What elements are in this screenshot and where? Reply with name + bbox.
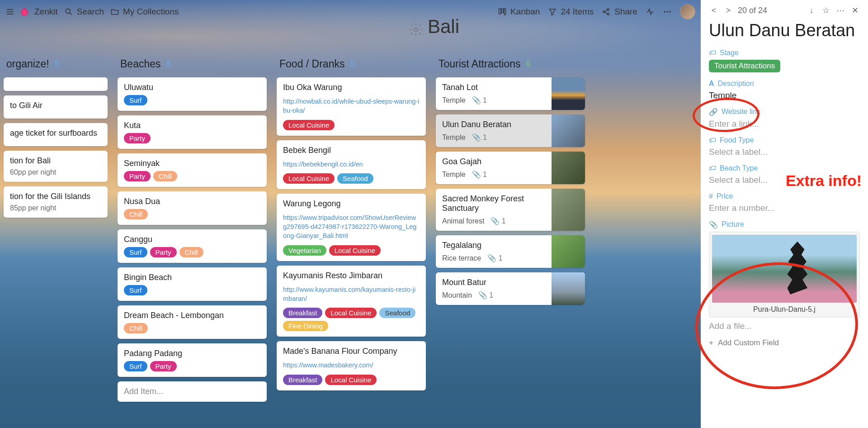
card-tag[interactable]: Fine Dining bbox=[283, 321, 328, 331]
kanban-card[interactable]: Warung Legonghttps://www.tripadvisor.com… bbox=[277, 194, 426, 261]
brand-name[interactable]: Zenkit bbox=[34, 7, 58, 17]
column-count: 5 bbox=[55, 59, 59, 69]
card-link[interactable]: https://bebekbengil.co.id/en bbox=[283, 158, 420, 171]
card-tag[interactable]: Party bbox=[124, 171, 151, 181]
card-tag[interactable]: Chill bbox=[124, 323, 148, 333]
card-title: Tegalalang bbox=[442, 241, 548, 250]
card-thumbnail bbox=[552, 114, 585, 147]
kanban-icon bbox=[498, 7, 507, 16]
card-tag[interactable]: Surf bbox=[124, 247, 147, 257]
card-tag[interactable]: Seafood bbox=[337, 173, 373, 184]
card-tag[interactable]: Vegetarian bbox=[283, 245, 326, 256]
price-input[interactable]: Enter a number... bbox=[709, 203, 860, 213]
card-tag[interactable]: Chill bbox=[124, 209, 148, 219]
card-description: Temple bbox=[442, 96, 466, 105]
kanban-card[interactable]: Padang PadangSurfParty bbox=[118, 343, 267, 377]
field-foodtype[interactable]: 🏷Food Type Select a label... bbox=[709, 136, 860, 157]
share-button[interactable]: Share bbox=[602, 7, 637, 17]
card-title: age ticket for surfboards bbox=[10, 128, 101, 138]
card-tag[interactable]: Chill bbox=[179, 247, 203, 257]
attachment-count: 📎 1 bbox=[487, 254, 502, 262]
column-header[interactable]: Food / Dranks5 bbox=[277, 54, 426, 77]
card-tag[interactable]: Surf bbox=[124, 285, 147, 295]
card-link[interactable]: https://www.madesbakery.com/ bbox=[283, 359, 420, 371]
prev-item-icon[interactable]: < bbox=[709, 6, 719, 15]
add-item-button[interactable]: Add Item... bbox=[118, 381, 267, 402]
kanban-card[interactable]: Goa GajahTemple📎 1 bbox=[436, 152, 585, 184]
card-tag[interactable]: Local Cuisine bbox=[283, 120, 335, 130]
hamburger-icon[interactable] bbox=[5, 7, 14, 16]
card-tag[interactable]: Local Cuisine bbox=[325, 375, 377, 385]
card-link[interactable]: http://nowbali.co.id/while-ubud-sleeps-w… bbox=[283, 95, 420, 117]
svg-rect-6 bbox=[501, 9, 503, 12]
card-tag[interactable]: Local Cuisine bbox=[325, 308, 377, 318]
card-tag[interactable]: Breakfast bbox=[283, 308, 322, 318]
topbar: Zenkit Search My Collections Kanban 24 I… bbox=[0, 0, 701, 24]
kanban-card[interactable]: tion for the Gili Islands85pp per night bbox=[4, 186, 108, 218]
column-header[interactable]: Beaches8 bbox=[118, 54, 267, 77]
kanban-card[interactable]: Ulun Danu BeratanTemple📎 1 bbox=[436, 114, 585, 147]
item-title[interactable]: Ulun Danu Beratan bbox=[709, 21, 860, 41]
card-link[interactable]: http://www.kayumanis.com/kayumanis-resto… bbox=[283, 283, 420, 305]
card-tag[interactable]: Local Cuisine bbox=[329, 245, 381, 256]
stage-value[interactable]: Tourist Attractions bbox=[709, 60, 780, 72]
column-title: Beaches bbox=[120, 58, 161, 70]
kanban-card[interactable]: SeminyakPartyChill bbox=[118, 153, 267, 187]
kanban-card[interactable]: Sacred Monkey Forest SanctuaryAnimal for… bbox=[436, 189, 585, 231]
field-description[interactable]: ADescription Temple bbox=[709, 80, 860, 100]
kanban-card[interactable]: Ibu Oka Warunghttp://nowbali.co.id/while… bbox=[277, 77, 426, 136]
card-tag[interactable]: Party bbox=[124, 133, 151, 143]
kanban-card[interactable]: CangguSurfPartyChill bbox=[118, 229, 267, 263]
kanban-card[interactable]: UluwatuSurf bbox=[118, 77, 267, 111]
kanban-card[interactable]: tion for Bali60pp per night bbox=[4, 151, 108, 182]
field-price[interactable]: #Price Enter a number... bbox=[709, 192, 860, 213]
card-tag[interactable]: Party bbox=[150, 361, 177, 371]
card-title: Bingin Beach bbox=[124, 273, 260, 282]
column-header[interactable]: Tourist Attractions6 bbox=[436, 54, 585, 77]
filter-button[interactable]: 24 Items bbox=[548, 7, 594, 17]
card-tag[interactable]: Surf bbox=[124, 361, 147, 371]
column-header[interactable]: organize!5 bbox=[4, 54, 108, 77]
zenkit-logo-icon[interactable] bbox=[21, 7, 28, 16]
svg-rect-7 bbox=[504, 9, 505, 14]
kanban-card[interactable] bbox=[4, 77, 108, 91]
card-tag[interactable]: Local Cuisine bbox=[283, 173, 335, 184]
user-avatar[interactable] bbox=[680, 4, 695, 19]
kanban-card[interactable]: age ticket for surfboards bbox=[4, 123, 108, 146]
kanban-card[interactable]: TegalalangRice terrace📎 1 bbox=[436, 235, 585, 268]
star-icon[interactable]: ☆ bbox=[821, 5, 831, 15]
card-description: Mountain bbox=[442, 291, 472, 300]
kanban-card[interactable]: Made's Banana Flour Companyhttps://www.m… bbox=[277, 341, 426, 390]
close-icon[interactable]: ✕ bbox=[850, 5, 860, 15]
card-tag[interactable]: Party bbox=[150, 247, 177, 257]
card-tag[interactable]: Seafood bbox=[379, 308, 415, 318]
collections-button[interactable]: My Collections bbox=[110, 7, 179, 17]
kanban-card[interactable]: Kayumanis Resto Jimbaranhttp://www.kayum… bbox=[277, 266, 426, 337]
more-icon[interactable] bbox=[663, 7, 672, 16]
kanban-card[interactable]: Dream Beach - LembonganChill bbox=[118, 305, 267, 339]
panel-more-icon[interactable]: ⋯ bbox=[835, 5, 845, 15]
card-title: Kuta bbox=[124, 121, 260, 130]
activity-icon[interactable] bbox=[646, 7, 655, 16]
foodtype-input[interactable]: Select a label... bbox=[709, 147, 860, 157]
card-link[interactable]: https://www.tripadvisor.com/ShowUserRevi… bbox=[283, 211, 420, 243]
item-counter: 20 of 24 bbox=[738, 6, 767, 15]
kanban-card[interactable]: Nusa DuaChill bbox=[118, 191, 267, 225]
card-tag[interactable]: Surf bbox=[124, 95, 147, 105]
kanban-card[interactable]: Mount BaturMountain📎 1 bbox=[436, 272, 585, 305]
field-stage[interactable]: 🏷Stage Tourist Attractions bbox=[709, 49, 860, 72]
download-icon[interactable]: ↓ bbox=[807, 6, 816, 15]
next-item-icon[interactable]: > bbox=[723, 6, 733, 15]
column-title: Food / Dranks bbox=[279, 58, 344, 70]
kanban-card[interactable]: Tanah LotTemple📎 1 bbox=[436, 77, 585, 110]
kanban-card[interactable]: Bebek Bengilhttps://bebekbengil.co.id/en… bbox=[277, 140, 426, 189]
view-switcher[interactable]: Kanban bbox=[498, 7, 540, 17]
kanban-column: Food / Dranks5Ibu Oka Warunghttp://nowba… bbox=[277, 54, 426, 428]
search-button[interactable]: Search bbox=[64, 7, 104, 17]
card-tag[interactable]: Breakfast bbox=[283, 375, 322, 385]
kanban-card[interactable]: Bingin BeachSurf bbox=[118, 267, 267, 301]
card-title: Made's Banana Flour Company bbox=[283, 347, 420, 356]
card-tag[interactable]: Chill bbox=[153, 171, 177, 181]
kanban-card[interactable]: to Gili Air bbox=[4, 95, 108, 119]
kanban-card[interactable]: KutaParty bbox=[118, 115, 267, 149]
